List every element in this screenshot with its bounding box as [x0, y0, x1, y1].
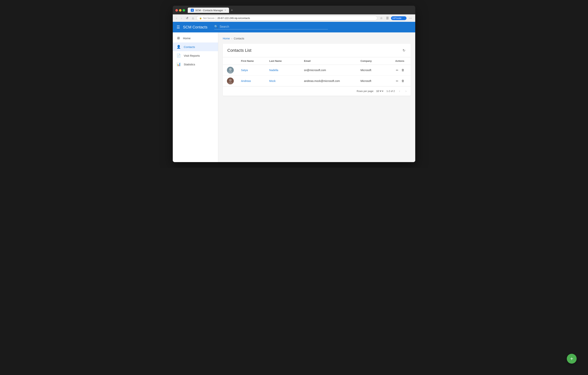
contacts-icon: 👤: [177, 45, 181, 49]
svg-point-1: [229, 68, 232, 71]
avatar-satya-img: [227, 67, 234, 74]
sidebar-item-visit-reports-label: Visit Reports: [184, 54, 200, 57]
browser-controls: V SCM - Contacts Manager × +: [175, 8, 413, 13]
col-header-company: Company: [357, 57, 392, 65]
actions-andreas: ✏ 🗑: [392, 76, 411, 87]
content-card: Contacts List ↻ First Name Last Name Ema…: [223, 44, 411, 96]
rows-per-page-select[interactable]: 10 25 50: [376, 89, 382, 93]
home-icon: 🖥: [177, 36, 180, 40]
firstname-satya-link[interactable]: Satya: [241, 69, 248, 72]
search-input-wrapper: 🔍: [214, 25, 328, 29]
close-window-button[interactable]: [175, 9, 178, 11]
col-header-email: Email: [301, 57, 357, 65]
company-satya: Microsoft: [357, 65, 392, 76]
tab-bar: V SCM - Contacts Manager × +: [188, 8, 234, 13]
sidebar-item-home[interactable]: 🖥 Home: [173, 34, 218, 43]
col-header-actions: Actions: [392, 57, 411, 65]
lastname-satya-link[interactable]: Nadella: [269, 69, 278, 72]
collections-button[interactable]: ☰: [385, 16, 390, 21]
tab-favicon: V: [191, 9, 194, 12]
tab-title: SCM - Contacts Manager: [195, 9, 223, 12]
maximize-window-button[interactable]: [183, 9, 185, 11]
table-row: Andreas Mock andreas.mock@microsoft.com …: [223, 76, 411, 87]
delete-satya-button[interactable]: 🗑: [401, 68, 405, 73]
email-andreas: andreas.mock@microsoft.com: [301, 76, 357, 87]
firstname-andreas-link[interactable]: Andreas: [241, 79, 251, 82]
toolbar-actions: ☆ ☰ InPrivate 👤 ⋯: [379, 16, 413, 21]
main-content: Home › Contacts Contacts List ↻: [218, 33, 415, 162]
prev-page-button[interactable]: ‹: [398, 89, 401, 93]
page-info: 1-2 of 2: [387, 90, 395, 92]
user-avatar: 👤: [402, 17, 405, 20]
home-button[interactable]: ⌂: [191, 16, 195, 21]
browser-titlebar: V SCM - Contacts Manager × +: [173, 6, 415, 14]
table-header-row: First Name Last Name Email Company Actio…: [223, 57, 411, 65]
sidebar-item-visit-reports[interactable]: 📄 Visit Reports: [173, 51, 218, 60]
edit-andreas-button[interactable]: ✏: [395, 78, 399, 84]
active-browser-tab[interactable]: V SCM - Contacts Manager ×: [188, 8, 229, 13]
col-header-firstname: First Name: [238, 57, 266, 65]
avatar-andreas-img: [227, 77, 234, 84]
sidebar-item-statistics[interactable]: 📊 Statistics: [173, 60, 218, 69]
security-icon: 🔒: [199, 17, 202, 19]
lastname-andreas-link[interactable]: Mock: [269, 79, 275, 82]
favorites-button[interactable]: ☆: [379, 16, 384, 21]
address-separator: |: [216, 17, 216, 20]
back-button[interactable]: ‹: [175, 16, 178, 21]
traffic-lights: [175, 9, 185, 11]
refresh-button[interactable]: ↻: [402, 48, 406, 53]
breadcrumb: Home › Contacts: [223, 37, 411, 40]
action-cell-satya: ✏ 🗑: [395, 68, 408, 73]
next-page-button[interactable]: ›: [404, 89, 408, 93]
inprivate-label: InPrivate: [392, 17, 401, 20]
sidebar-item-statistics-label: Statistics: [184, 63, 195, 66]
sidebar-item-home-label: Home: [183, 37, 190, 40]
lastname-andreas: Mock: [266, 76, 301, 87]
contacts-table: First Name Last Name Email Company Actio…: [223, 57, 411, 86]
new-tab-button[interactable]: +: [230, 8, 234, 12]
breadcrumb-home-link[interactable]: Home: [223, 37, 230, 40]
tab-close-button[interactable]: ×: [225, 9, 226, 11]
not-secure-label: Not Secure: [203, 17, 214, 20]
avatar-cell-satya: [223, 65, 238, 76]
sidebar: 🖥 Home 👤 Contacts 📄 Visit Reports 📊 Stat…: [173, 33, 218, 162]
browser-toolbar: ‹ › ↺ ⌂ 🔒 Not Secure | 20-67-122-249.nip…: [173, 14, 415, 22]
rows-per-page: Rows per page: 10 25 50 ▾: [357, 89, 383, 93]
avatar-cell-andreas: [223, 76, 238, 87]
pagination: Rows per page: 10 25 50 ▾ 1-2 of 2 ‹ ›: [223, 86, 411, 96]
statistics-icon: 📊: [177, 62, 181, 66]
minimize-window-button[interactable]: [179, 9, 181, 11]
inprivate-badge: InPrivate 👤: [391, 16, 407, 20]
sidebar-item-contacts[interactable]: 👤 Contacts: [173, 43, 218, 51]
refresh-button[interactable]: ↺: [185, 16, 189, 21]
avatar-satya: [227, 67, 234, 74]
browser-window: V SCM - Contacts Manager × + ‹ › ↺ ⌂ 🔒 N…: [173, 6, 415, 162]
edit-satya-button[interactable]: ✏: [395, 68, 399, 73]
menu-icon[interactable]: ☰: [177, 25, 180, 29]
sidebar-item-contacts-label: Contacts: [184, 45, 195, 49]
app-title: SCM Contacts: [183, 25, 207, 29]
search-bar: 🔍: [214, 25, 328, 29]
app-header: ☰ SCM Contacts 🔍: [173, 22, 415, 33]
breadcrumb-separator: ›: [231, 37, 232, 40]
forward-button[interactable]: ›: [180, 16, 183, 21]
svg-point-4: [229, 79, 232, 81]
avatar-andreas: [227, 77, 234, 84]
rows-per-page-label: Rows per page:: [357, 90, 374, 92]
search-icon: 🔍: [214, 25, 218, 28]
more-options-button[interactable]: ⋯: [408, 16, 413, 21]
delete-andreas-button[interactable]: 🗑: [401, 78, 405, 83]
table-row: Satya Nadella sn@microsoft.com Microsoft…: [223, 65, 411, 76]
lastname-satya: Nadella: [266, 65, 301, 76]
firstname-satya: Satya: [238, 65, 266, 76]
company-andreas: Microsoft: [357, 76, 392, 87]
card-header: Contacts List ↻: [223, 44, 411, 57]
actions-satya: ✏ 🗑: [392, 65, 411, 76]
email-satya: sn@microsoft.com: [301, 65, 357, 76]
url-display: 20-67-122-249.nip.io/contacts: [218, 17, 250, 20]
visit-reports-icon: 📄: [177, 54, 181, 58]
app-container: ☰ SCM Contacts 🔍 🖥 Home 👤 Contacts: [173, 22, 415, 162]
breadcrumb-current: Contacts: [234, 37, 244, 40]
search-input[interactable]: [220, 25, 328, 28]
address-bar[interactable]: 🔒 Not Secure | 20-67-122-249.nip.io/cont…: [196, 16, 377, 21]
